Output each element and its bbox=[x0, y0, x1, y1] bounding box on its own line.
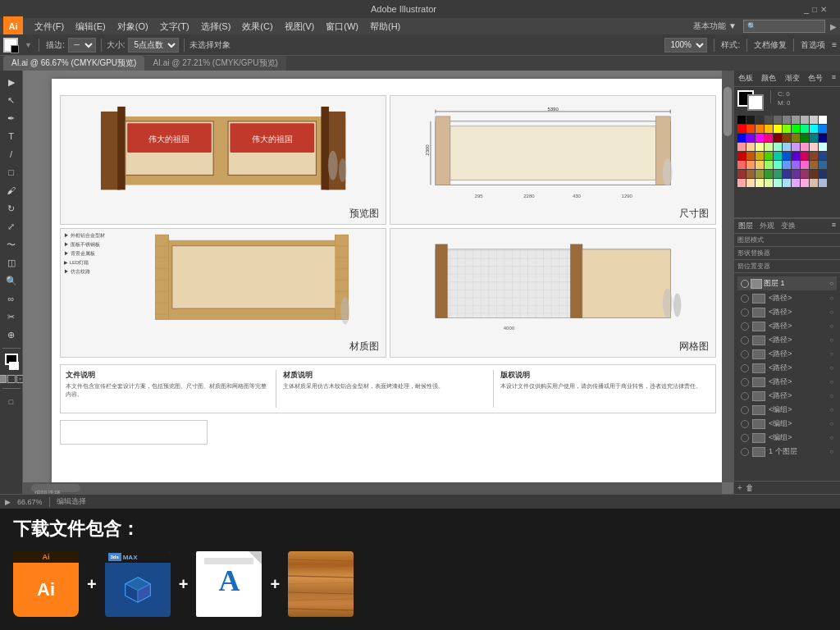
color-swatch-2-2[interactable] bbox=[756, 134, 764, 142]
layer-vis-8[interactable] bbox=[741, 406, 749, 414]
size-select[interactable]: 5点点数 bbox=[128, 38, 179, 52]
h-scrollbar[interactable]: 编辑选择 bbox=[23, 482, 722, 494]
canvas-area[interactable]: 汇图网 汇图网 汇图网 汇图网 bbox=[23, 71, 733, 494]
color-swatch-4-4[interactable] bbox=[774, 152, 782, 160]
color-swatch-1-5[interactable] bbox=[783, 125, 791, 133]
layer-opts-8[interactable]: ○ bbox=[829, 406, 833, 413]
layer-delete-btn[interactable]: 🗑 bbox=[746, 483, 754, 492]
color-panel-tab4[interactable]: 色号 bbox=[808, 73, 823, 84]
color-swatch-3-9[interactable] bbox=[819, 143, 827, 151]
layer-opts-11[interactable]: ○ bbox=[829, 448, 833, 455]
color-swatch-1-7[interactable] bbox=[801, 125, 809, 133]
color-swatch-7-3[interactable] bbox=[765, 179, 773, 187]
color-swatch-0-4[interactable] bbox=[774, 116, 782, 124]
color-swatch-2-8[interactable] bbox=[810, 134, 818, 142]
text-tool[interactable]: T bbox=[2, 128, 21, 144]
layer-item-9[interactable]: <编组>○ bbox=[737, 417, 837, 431]
color-panel-tab2[interactable]: 颜色 bbox=[761, 73, 776, 84]
layer-item-0[interactable]: <路径>○ bbox=[737, 291, 837, 305]
minimize-btn[interactable]: ⎯ bbox=[804, 5, 809, 14]
color-swatch-5-5[interactable] bbox=[783, 161, 791, 169]
color-swatch-5-0[interactable] bbox=[737, 161, 746, 169]
color-swatch-2-3[interactable] bbox=[765, 134, 773, 142]
layer-vis-1[interactable] bbox=[741, 280, 749, 288]
line-tool[interactable]: / bbox=[2, 146, 21, 162]
color-swatch-2-4[interactable] bbox=[774, 134, 782, 142]
color-swatch-7-1[interactable] bbox=[746, 179, 755, 187]
color-swatch-4-5[interactable] bbox=[783, 152, 791, 160]
color-swatch-7-0[interactable] bbox=[737, 179, 746, 187]
layer-opts-7[interactable]: ○ bbox=[829, 392, 833, 399]
rotate-tool[interactable]: ↻ bbox=[2, 200, 21, 217]
color-swatch-6-0[interactable] bbox=[737, 170, 746, 178]
fill-swatch[interactable] bbox=[3, 38, 18, 52]
color-swatch-3-3[interactable] bbox=[765, 143, 773, 151]
menu-help[interactable]: 帮助(H) bbox=[365, 19, 405, 34]
transform-tab[interactable]: 变换 bbox=[781, 221, 796, 231]
layers-menu[interactable]: ≡ bbox=[832, 221, 836, 231]
color-swatch-6-1[interactable] bbox=[746, 170, 755, 178]
tab-active[interactable]: AI.ai @ 66.67% (CMYK/GPU预览) bbox=[3, 56, 144, 71]
close-btn[interactable]: ✕ bbox=[820, 5, 827, 14]
color-swatch-3-6[interactable] bbox=[792, 143, 800, 151]
layer-vis-4[interactable] bbox=[741, 350, 749, 358]
color-swatch-1-0[interactable] bbox=[737, 125, 746, 133]
arrange-icon[interactable]: ≡ bbox=[832, 40, 837, 49]
color-swatch-4-7[interactable] bbox=[801, 152, 809, 160]
color-swatch-5-8[interactable] bbox=[810, 161, 818, 169]
layer-header-row[interactable]: 图层 1 ○ bbox=[737, 276, 837, 290]
layer-opts-4[interactable]: ○ bbox=[829, 350, 833, 358]
gradient-tool[interactable]: ◫ bbox=[2, 254, 21, 271]
color-swatch-5-6[interactable] bbox=[792, 161, 800, 169]
layer-item-7[interactable]: <路径>○ bbox=[737, 389, 837, 403]
layers-tab[interactable]: 图层 bbox=[738, 221, 753, 231]
color-swatch-0-7[interactable] bbox=[801, 116, 809, 124]
color-swatch-1-2[interactable] bbox=[756, 125, 764, 133]
doc-repair[interactable]: 文档修复 bbox=[754, 39, 787, 51]
layer-add-btn[interactable]: + bbox=[737, 483, 742, 492]
color-swatch-6-8[interactable] bbox=[810, 170, 818, 178]
bg-color[interactable] bbox=[747, 94, 764, 111]
layer-item-4[interactable]: <路径>○ bbox=[737, 347, 837, 361]
layer-item-1[interactable]: <路径>○ bbox=[737, 305, 837, 319]
direct-select-tool[interactable]: ↖ bbox=[2, 92, 21, 108]
color-swatch-3-1[interactable] bbox=[746, 143, 755, 151]
scissors-tool[interactable]: ✂ bbox=[2, 308, 21, 325]
menu-effect[interactable]: 效果(C) bbox=[237, 19, 277, 34]
color-swatch-4-9[interactable] bbox=[819, 152, 827, 160]
layer-opts-5[interactable]: ○ bbox=[829, 364, 833, 372]
color-swatch-3-7[interactable] bbox=[801, 143, 809, 151]
color-swatch-2-9[interactable] bbox=[819, 134, 827, 142]
color-panel-tab1[interactable]: 色板 bbox=[738, 73, 753, 84]
layer-vis-7[interactable] bbox=[741, 392, 749, 400]
color-panel-menu[interactable]: ≡ bbox=[832, 73, 836, 84]
screen-mode[interactable]: □ bbox=[2, 394, 21, 410]
layer-item-11[interactable]: 1 个图层○ bbox=[737, 445, 837, 459]
color-swatch-2-7[interactable] bbox=[801, 134, 809, 142]
color-swatch-6-7[interactable] bbox=[801, 170, 809, 178]
layer-opts-10[interactable]: ○ bbox=[829, 434, 833, 441]
color-swatch-1-3[interactable] bbox=[765, 125, 773, 133]
zoom-select[interactable]: 100% bbox=[664, 38, 707, 52]
layer-item-2[interactable]: <路径>○ bbox=[737, 319, 837, 333]
color-swatch-1-4[interactable] bbox=[774, 125, 782, 133]
color-swatch-3-2[interactable] bbox=[756, 143, 764, 151]
gradient-mode-icon[interactable] bbox=[7, 375, 16, 383]
color-swatch-7-8[interactable] bbox=[810, 179, 818, 187]
color-swatch-1-1[interactable] bbox=[746, 125, 755, 133]
color-swatch-0-6[interactable] bbox=[792, 116, 800, 124]
color-panel-tab3[interactable]: 渐变 bbox=[785, 73, 800, 84]
layer-item-8[interactable]: <编组>○ bbox=[737, 403, 837, 417]
color-swatch-5-9[interactable] bbox=[819, 161, 827, 169]
preferences[interactable]: 首选项 bbox=[801, 39, 825, 51]
color-swatch-2-6[interactable] bbox=[792, 134, 800, 142]
layer-opts-1[interactable]: ○ bbox=[829, 308, 833, 316]
layer-opts-3[interactable]: ○ bbox=[829, 336, 833, 344]
menu-file[interactable]: 文件(F) bbox=[30, 19, 69, 34]
color-swatch-0-1[interactable] bbox=[746, 116, 755, 124]
layer-vis-6[interactable] bbox=[741, 378, 749, 386]
color-swatch-0-3[interactable] bbox=[765, 116, 773, 124]
zoom-tool[interactable]: ⊕ bbox=[2, 326, 21, 343]
stroke-select[interactable]: ─ bbox=[68, 38, 96, 52]
layer-vis-3[interactable] bbox=[741, 336, 749, 345]
